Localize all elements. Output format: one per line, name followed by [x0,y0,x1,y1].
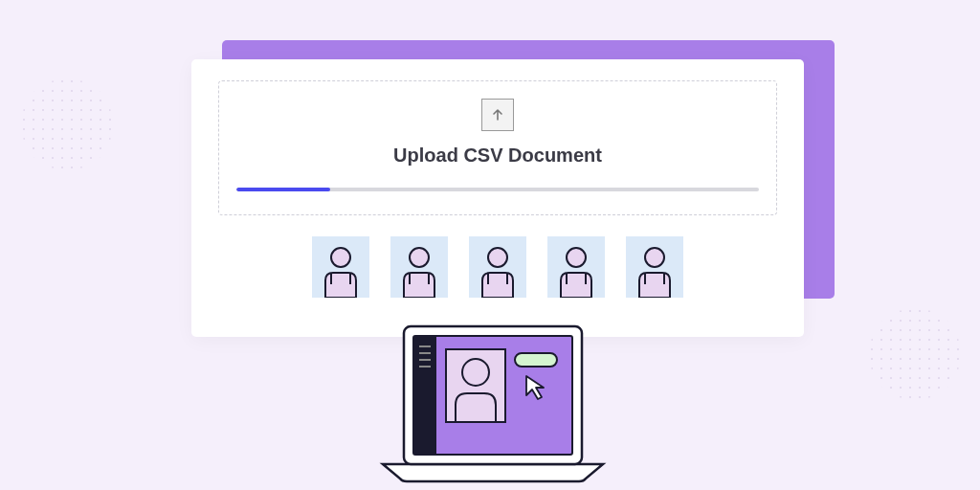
svg-rect-9 [419,352,431,354]
svg-point-1 [410,248,429,267]
avatar-tile [547,236,605,298]
upload-progress-fill [236,188,330,191]
upload-progress-bar [236,188,759,191]
avatar-row [218,236,777,298]
decorative-dots-right [858,297,972,412]
avatar-tile [390,236,448,298]
svg-rect-14 [515,353,557,367]
svg-point-3 [567,248,586,267]
avatar-tile [312,236,369,298]
avatar-tile [469,236,526,298]
laptop-illustration [373,321,612,483]
decorative-dots-left [10,67,124,182]
upload-icon [481,99,514,131]
svg-rect-8 [419,345,431,347]
upload-card: Upload CSV Document [191,59,804,337]
svg-rect-10 [419,359,431,361]
svg-point-4 [645,248,664,267]
upload-dropzone[interactable]: Upload CSV Document [218,80,777,215]
svg-point-0 [331,248,350,267]
upload-title: Upload CSV Document [393,145,602,167]
svg-point-2 [488,248,507,267]
svg-rect-11 [419,366,431,368]
avatar-tile [626,236,683,298]
svg-point-13 [462,359,489,386]
